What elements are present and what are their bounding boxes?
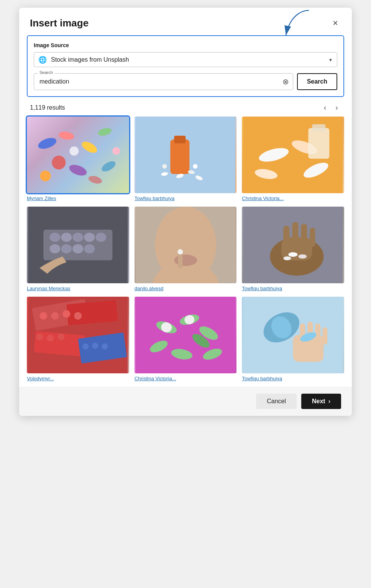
image-thumbnail[interactable] xyxy=(27,207,129,283)
dialog-header: Insert image × xyxy=(19,8,352,35)
cancel-button[interactable]: Cancel xyxy=(256,394,297,409)
svg-point-31 xyxy=(61,233,72,242)
svg-rect-13 xyxy=(170,140,189,174)
results-bar: 1,119 results ‹ › xyxy=(19,97,352,117)
svg-point-54 xyxy=(284,256,291,260)
search-row: Search ⊗ Search xyxy=(34,73,337,90)
svg-point-19 xyxy=(193,164,197,169)
svg-point-7 xyxy=(100,159,117,173)
image-thumbnail[interactable] xyxy=(135,297,237,373)
svg-rect-48 xyxy=(284,226,290,245)
svg-point-3 xyxy=(80,139,99,155)
svg-point-2 xyxy=(58,131,75,141)
image-caption[interactable]: Towfiqu barbhuiya xyxy=(242,376,344,381)
svg-point-67 xyxy=(82,343,89,350)
close-button[interactable]: × xyxy=(330,17,341,29)
list-item[interactable]: danilo.alvesd xyxy=(135,207,237,291)
svg-point-11 xyxy=(112,147,120,155)
svg-rect-27 xyxy=(312,124,326,131)
list-item[interactable]: Towfiqu barbhuiya xyxy=(135,117,237,201)
image-thumbnail[interactable] xyxy=(242,207,344,283)
svg-point-42 xyxy=(174,255,197,266)
prev-page-button[interactable]: ‹ xyxy=(321,102,330,113)
image-caption[interactable]: Christina Victoria... xyxy=(135,376,237,381)
dialog-title: Insert image xyxy=(30,17,89,29)
svg-point-65 xyxy=(57,333,64,340)
svg-rect-49 xyxy=(292,222,299,245)
svg-rect-86 xyxy=(315,324,321,343)
svg-rect-50 xyxy=(301,224,307,245)
search-input[interactable] xyxy=(34,74,293,90)
image-caption[interactable]: Myriam Zilles xyxy=(27,195,129,201)
svg-rect-51 xyxy=(310,228,315,247)
svg-point-4 xyxy=(97,127,112,137)
svg-point-52 xyxy=(289,252,298,257)
image-thumbnail[interactable] xyxy=(135,117,237,193)
svg-point-64 xyxy=(47,335,54,342)
next-button[interactable]: Next › xyxy=(301,394,341,409)
svg-point-69 xyxy=(102,343,108,350)
svg-point-59 xyxy=(39,312,47,320)
svg-point-63 xyxy=(36,333,43,340)
image-source-section: Image Source 🌐 Stock images from Unsplas… xyxy=(27,35,344,97)
results-count: 1,119 results xyxy=(30,104,65,111)
svg-point-53 xyxy=(299,255,307,259)
list-item[interactable]: Towfiqu barbhuiya xyxy=(242,207,344,291)
list-item[interactable]: Christina Victoria... xyxy=(242,117,344,201)
svg-point-8 xyxy=(40,171,51,181)
next-arrow-icon: › xyxy=(328,398,330,405)
svg-point-20 xyxy=(162,164,167,169)
svg-point-32 xyxy=(72,233,83,242)
image-caption[interactable]: Christina Victoria... xyxy=(242,195,344,201)
image-thumbnail[interactable] xyxy=(135,207,237,283)
svg-point-61 xyxy=(62,310,70,318)
svg-point-33 xyxy=(84,233,95,242)
image-thumbnail[interactable] xyxy=(242,117,344,193)
dialog-footer: Cancel Next › xyxy=(19,387,352,416)
svg-point-37 xyxy=(72,244,83,253)
svg-point-62 xyxy=(74,312,82,320)
svg-point-5 xyxy=(52,156,66,169)
list-item[interactable]: Laurynas Mereckas xyxy=(27,207,129,291)
svg-point-68 xyxy=(92,343,98,349)
image-caption[interactable]: danilo.alvesd xyxy=(135,286,237,291)
list-item[interactable]: Volodymyr... xyxy=(27,297,129,381)
svg-rect-14 xyxy=(174,136,186,143)
search-input-wrapper: Search ⊗ xyxy=(34,73,293,90)
pagination-buttons: ‹ › xyxy=(321,102,341,113)
image-grid: Myriam Zilles Towfiqu barbhuiya xyxy=(19,117,352,381)
search-button[interactable]: Search xyxy=(297,73,337,90)
source-label: Image Source xyxy=(34,42,337,48)
svg-point-34 xyxy=(95,233,106,242)
image-thumbnail[interactable] xyxy=(27,117,129,193)
svg-point-10 xyxy=(69,146,79,156)
image-caption[interactable]: Towfiqu barbhuiya xyxy=(135,195,237,201)
list-item[interactable]: Myriam Zilles xyxy=(27,117,129,201)
svg-rect-43 xyxy=(178,253,182,268)
image-source-select[interactable]: Stock images from Unsplash Upload from c… xyxy=(34,52,337,67)
svg-point-1 xyxy=(37,136,58,151)
next-page-button[interactable]: › xyxy=(332,102,341,113)
svg-rect-87 xyxy=(323,327,328,345)
list-item[interactable]: Towfiqu barbhuiya xyxy=(242,297,344,381)
source-select-wrapper: 🌐 Stock images from Unsplash Upload from… xyxy=(34,52,337,67)
svg-point-35 xyxy=(49,244,60,253)
insert-image-dialog: Insert image × Image Source 🌐 Stock imag… xyxy=(19,8,352,416)
image-caption[interactable]: Laurynas Mereckas xyxy=(27,286,129,291)
svg-rect-58 xyxy=(66,300,118,325)
svg-point-36 xyxy=(61,244,72,253)
clear-search-button[interactable]: ⊗ xyxy=(282,78,289,85)
image-caption[interactable]: Volodymyr... xyxy=(27,376,129,381)
svg-point-60 xyxy=(51,312,59,320)
list-item[interactable]: Christina Victoria... xyxy=(135,297,237,381)
search-float-label: Search xyxy=(38,70,54,75)
svg-point-38 xyxy=(84,244,95,253)
image-thumbnail[interactable] xyxy=(27,297,129,373)
svg-point-30 xyxy=(49,233,60,242)
svg-point-44 xyxy=(177,249,183,255)
image-thumbnail[interactable] xyxy=(242,297,344,373)
svg-rect-26 xyxy=(309,128,330,159)
image-caption[interactable]: Towfiqu barbhuiya xyxy=(242,286,344,291)
svg-point-6 xyxy=(68,163,88,178)
svg-point-9 xyxy=(88,175,103,185)
